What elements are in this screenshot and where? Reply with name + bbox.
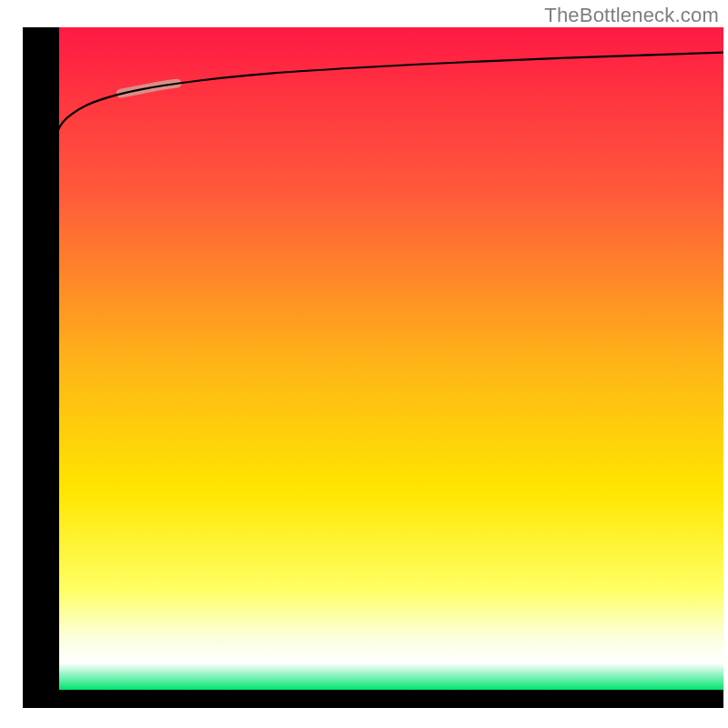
axis-bottom [23, 690, 723, 708]
watermark-label: TheBottleneck.com [544, 4, 719, 27]
chart-stage: TheBottleneck.com [0, 0, 728, 728]
chart-canvas [0, 0, 728, 728]
plot-background [59, 27, 723, 690]
